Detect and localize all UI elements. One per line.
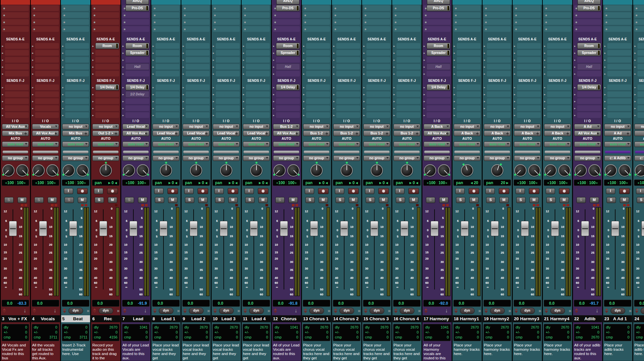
- input-selector[interactable]: no input: [604, 124, 631, 129]
- dyn-button[interactable]: dyn: [219, 308, 234, 314]
- fader-track[interactable]: [190, 209, 197, 289]
- input-selector[interactable]: no input: [62, 124, 89, 129]
- empty-send-slot[interactable]: [216, 43, 240, 49]
- automation-mode-selector[interactable]: auto read: [2, 141, 29, 147]
- record-enable-button[interactable]: [499, 188, 509, 194]
- send-slot[interactable]: ▸: [362, 49, 391, 56]
- voice-selector-arrows[interactable]: [484, 308, 488, 313]
- send-slot[interactable]: ▸: [242, 42, 271, 49]
- automation-mode-selector[interactable]: auto read: [363, 141, 390, 147]
- track-comment[interactable]: All of your Harmony vocals are routed to…: [422, 343, 452, 361]
- input-monitor-button[interactable]: I: [546, 188, 555, 194]
- delay-comp-display[interactable]: dly1041+/-0cmp0: [423, 324, 451, 341]
- fader-cap[interactable]: [310, 221, 318, 236]
- pan-knob-left[interactable]: [63, 164, 75, 177]
- elastic-audio-icon[interactable]: »: [538, 308, 540, 313]
- delay-comp-display[interactable]: dly1041+/-0cmp2670: [574, 324, 601, 341]
- fader-track[interactable]: [100, 209, 107, 289]
- send-slot[interactable]: ▸: [543, 84, 572, 91]
- send-slot[interactable]: ▸: [422, 91, 452, 98]
- send-slot[interactable]: ▸: [211, 42, 241, 49]
- solo-button[interactable]: S: [4, 197, 14, 203]
- empty-send-slot[interactable]: [607, 43, 631, 49]
- track-name[interactable]: 14Chorus 2: [332, 315, 361, 322]
- empty-send-slot[interactable]: [156, 50, 179, 56]
- insert-slot[interactable]: [543, 19, 572, 26]
- solo-button[interactable]: S: [516, 197, 526, 203]
- pan-display[interactable]: pan▸ 0 ◂: [152, 180, 180, 186]
- empty-send-slot[interactable]: [276, 57, 300, 63]
- insert-button[interactable]: AirEQ: [276, 0, 299, 5]
- fader-cap[interactable]: [551, 221, 559, 236]
- pan-display[interactable]: pan▸ 0 ◂: [92, 180, 119, 186]
- empty-send-slot[interactable]: [577, 98, 601, 104]
- send-slot[interactable]: ▸: [31, 105, 60, 112]
- empty-send-slot[interactable]: [607, 57, 631, 63]
- input-monitor-button[interactable]: I: [94, 188, 103, 194]
- elastic-audio-icon[interactable]: »: [267, 308, 269, 313]
- pan-display[interactable]: ◂100100▸: [574, 180, 601, 186]
- solo-button[interactable]: S: [65, 197, 74, 203]
- empty-send-slot[interactable]: [306, 112, 330, 118]
- send-slot[interactable]: ▸: [121, 56, 151, 63]
- track-comment[interactable]: Place your adlib tracks here.: [633, 343, 644, 361]
- fader-track[interactable]: [280, 209, 288, 289]
- empty-send-slot[interactable]: [396, 98, 420, 104]
- voice-selector-arrows[interactable]: [364, 308, 367, 313]
- empty-send-slot[interactable]: [125, 98, 149, 104]
- send-button[interactable]: 1/2 Delay: [125, 91, 149, 97]
- send-slot[interactable]: ▸1/2 Delay: [121, 91, 151, 98]
- send-slot[interactable]: ▸: [392, 56, 422, 63]
- send-slot[interactable]: ▸: [513, 49, 542, 56]
- empty-send-slot[interactable]: [65, 64, 89, 70]
- send-slot[interactable]: ▸: [151, 84, 181, 91]
- send-slot[interactable]: ▸: [302, 98, 331, 105]
- insert-slot[interactable]: [211, 12, 241, 19]
- insert-slot[interactable]: [242, 12, 271, 19]
- empty-send-slot[interactable]: [95, 91, 119, 97]
- send-slot[interactable]: ▸: [362, 63, 391, 70]
- mute-button[interactable]: M: [620, 197, 629, 203]
- track-comment[interactable]: Place your lead vocal tracks here and th…: [242, 343, 271, 361]
- automation-mode-selector[interactable]: auto read: [393, 141, 420, 147]
- insert-button[interactable]: AirEQ: [577, 0, 601, 5]
- send-slot[interactable]: ▸: [302, 42, 331, 49]
- voice-selector-arrows[interactable]: [394, 308, 397, 313]
- send-slot[interactable]: ▸: [91, 91, 120, 98]
- empty-send-slot[interactable]: [125, 105, 149, 111]
- input-selector[interactable]: no input: [514, 124, 541, 129]
- empty-send-slot[interactable]: [607, 84, 631, 90]
- mute-button[interactable]: M: [319, 197, 328, 203]
- solo-button[interactable]: S: [215, 197, 224, 203]
- send-slot[interactable]: ▸: [242, 70, 271, 77]
- send-slot[interactable]: ▸: [452, 91, 482, 98]
- pan-knob[interactable]: [250, 164, 262, 177]
- send-slot[interactable]: ▸: [272, 105, 301, 112]
- insert-slot[interactable]: [272, 12, 301, 19]
- mute-button[interactable]: M: [349, 197, 358, 203]
- empty-send-slot[interactable]: [246, 91, 270, 97]
- solo-button[interactable]: S: [34, 197, 44, 203]
- empty-send-slot[interactable]: [637, 91, 644, 97]
- voice-selector-arrows[interactable]: [153, 308, 157, 313]
- send-slot[interactable]: ▸: [452, 49, 482, 56]
- empty-send-slot[interactable]: [547, 57, 571, 63]
- insert-slot[interactable]: [181, 5, 211, 12]
- empty-send-slot[interactable]: [517, 112, 541, 118]
- insert-slot[interactable]: Pro-DS: [422, 5, 452, 12]
- send-slot[interactable]: ▸: [242, 84, 271, 91]
- empty-send-slot[interactable]: [5, 64, 29, 70]
- solo-button[interactable]: S: [366, 197, 375, 203]
- pan-display[interactable]: pan▸ 0 ◂: [182, 180, 210, 186]
- empty-send-slot[interactable]: [186, 84, 209, 90]
- pan-knob-right[interactable]: [528, 164, 540, 177]
- empty-send-slot[interactable]: [125, 112, 149, 118]
- insert-slot[interactable]: Pro-DS: [272, 5, 301, 12]
- empty-send-slot[interactable]: [366, 112, 390, 118]
- send-slot[interactable]: ▸Hall: [121, 63, 151, 70]
- send-slot[interactable]: ▸1/4 Delay: [121, 84, 151, 91]
- insert-slot[interactable]: [483, 12, 512, 19]
- input-selector[interactable]: no input: [333, 124, 360, 129]
- send-slot[interactable]: ▸Room: [573, 42, 602, 49]
- elastic-audio-icon[interactable]: »: [478, 308, 480, 313]
